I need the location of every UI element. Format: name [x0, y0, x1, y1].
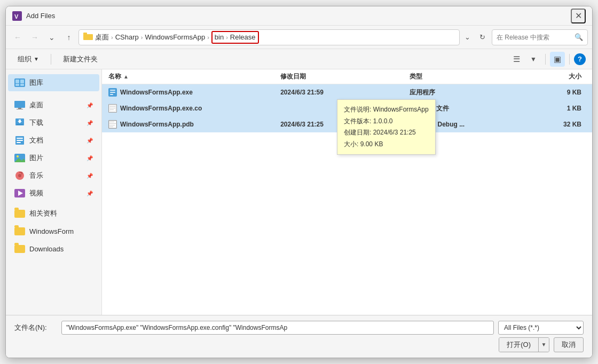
- sidebar-item-music[interactable]: 音乐 📌: [8, 167, 99, 184]
- svg-rect-14: [19, 120, 21, 122]
- tooltip-size: 大小: 9.00 KB: [344, 139, 429, 151]
- up-button[interactable]: ↑: [61, 30, 76, 45]
- pics-icon: [14, 153, 25, 163]
- open-dropdown-button[interactable]: ▼: [538, 338, 549, 352]
- music-pin-icon: 📌: [86, 173, 93, 179]
- docs-icon: [14, 135, 25, 146]
- pics-pin-icon: 📌: [86, 155, 93, 161]
- list-view-button[interactable]: ☰: [509, 52, 524, 67]
- bottom-actions: 打开(O) ▼ 取消: [14, 337, 584, 352]
- svg-rect-3: [83, 33, 87, 35]
- svg-point-21: [17, 155, 19, 157]
- bottom-bar: 文件名(N): All Files (*.*) 打开(O) ▼ 取消: [6, 315, 592, 358]
- addr-bin: bin: [215, 33, 224, 41]
- sidebar-video-label: 视频: [29, 188, 82, 198]
- large-icons-button[interactable]: ▣: [550, 52, 565, 67]
- address-bar[interactable]: 桌面 › CSharp › WindowsFormsApp › bin › Re…: [78, 29, 460, 45]
- addr-desktop: 桌面: [95, 33, 109, 42]
- sidebar-desktop-label: 桌面: [29, 100, 82, 110]
- file-type-exe: 应用程序: [410, 88, 513, 97]
- col-header-type[interactable]: 类型: [410, 72, 513, 81]
- column-headers: 名称 ▲ 修改日期 类型 大小: [102, 69, 592, 84]
- search-icon: 🔍: [575, 33, 583, 41]
- windowsform-folder-icon: [14, 226, 25, 236]
- back-button[interactable]: ←: [10, 30, 25, 45]
- refresh-button[interactable]: ↻: [475, 30, 490, 45]
- title-bar: V Add Files ✕: [6, 6, 592, 26]
- tooltip-version: 文件版本: 1.0.0.0: [344, 116, 429, 128]
- filename-input[interactable]: [61, 321, 494, 335]
- col-header-size[interactable]: 大小: [513, 72, 586, 81]
- cancel-button[interactable]: 取消: [554, 337, 584, 352]
- file-name-exe: WindowsFormsApp.exe: [108, 88, 280, 97]
- new-folder-button[interactable]: 新建文件夹: [58, 52, 103, 66]
- svg-rect-7: [15, 84, 19, 86]
- search-input[interactable]: [497, 34, 572, 41]
- svg-rect-17: [17, 138, 23, 139]
- open-button[interactable]: 打开(O): [499, 338, 538, 352]
- sidebar-docs-label: 文档: [29, 136, 82, 145]
- toolbar-divider-3: [569, 54, 570, 65]
- sidebar-item-related[interactable]: 相关资料: [8, 205, 99, 222]
- config-icon: [108, 104, 117, 113]
- forward-button[interactable]: →: [27, 30, 42, 45]
- toolbar-right: ☰ ▼ ▣ ?: [509, 52, 586, 67]
- svg-rect-11: [17, 109, 23, 109]
- svg-rect-38: [109, 122, 114, 122]
- sidebar-windowsform-label: WindowsForm: [29, 227, 93, 235]
- sidebar-related-label: 相关资料: [29, 209, 93, 218]
- col-header-name[interactable]: 名称 ▲: [108, 72, 280, 81]
- sidebar-item-desktop[interactable]: 桌面 📌: [8, 97, 99, 114]
- close-button[interactable]: ✕: [571, 9, 586, 23]
- search-box[interactable]: 🔍: [492, 29, 588, 45]
- help-button[interactable]: ?: [574, 53, 586, 65]
- svg-rect-8: [20, 84, 24, 86]
- dropdown-button[interactable]: ⌄: [44, 30, 59, 45]
- downloads-icon: [14, 117, 25, 128]
- related-folder-icon: [14, 208, 25, 219]
- svg-rect-40: [109, 125, 115, 125]
- sidebar-downloads-label: 下载: [29, 118, 82, 128]
- toolbar: 组织 ▼ 新建文件夹 ☰ ▼ ▣ ?: [6, 49, 592, 69]
- sidebar-item-video[interactable]: 视频 📌: [8, 185, 99, 202]
- sidebar-downloads2-label: Downloads: [29, 245, 93, 253]
- gallery-icon: [14, 77, 25, 88]
- desktop-pin-icon: 📌: [86, 102, 93, 108]
- sidebar-item-windowsform[interactable]: WindowsForm: [8, 223, 99, 240]
- file-size-exe: 9 KB: [513, 89, 586, 96]
- file-row-exe[interactable]: WindowsFormsApp.exe 2024/6/3 21:59 应用程序 …: [102, 84, 592, 100]
- svg-rect-32: [110, 94, 113, 95]
- sidebar: 图库 桌面 📌: [6, 69, 102, 315]
- exe-icon: [108, 88, 117, 97]
- svg-rect-10: [18, 108, 21, 109]
- address-chevron[interactable]: ⌄: [462, 30, 473, 45]
- tooltip-created: 创建日期: 2024/6/3 21:25: [344, 127, 429, 139]
- sidebar-item-downloads[interactable]: 下载 📌: [8, 114, 99, 131]
- organize-label: 组织: [18, 54, 32, 64]
- sidebar-gallery-label: 图库: [29, 78, 93, 88]
- sort-arrow-icon: ▲: [123, 74, 129, 80]
- file-size-pdb: 32 KB: [513, 121, 586, 128]
- sidebar-item-pics[interactable]: 图片 📌: [8, 149, 99, 167]
- filetype-select[interactable]: All Files (*.*): [498, 321, 584, 335]
- sidebar-item-downloads2[interactable]: Downloads: [8, 240, 99, 257]
- col-header-date[interactable]: 修改日期: [280, 72, 410, 81]
- tooltip-desc: 文件说明: WindowsFormsApp: [344, 104, 429, 116]
- svg-rect-30: [110, 90, 115, 91]
- svg-rect-9: [14, 101, 25, 108]
- toolbar-divider-1: [51, 54, 51, 65]
- view-options-button[interactable]: ▼: [526, 52, 541, 67]
- downloads-pin-icon: 📌: [86, 120, 93, 126]
- sidebar-item-docs[interactable]: 文档 📌: [8, 132, 99, 149]
- sidebar-item-gallery[interactable]: 图库: [8, 74, 99, 91]
- file-tooltip: 文件说明: WindowsFormsApp 文件版本: 1.0.0.0 创建日期…: [337, 99, 436, 155]
- video-icon: [14, 188, 25, 199]
- svg-rect-19: [17, 142, 21, 143]
- address-bar-row: ← → ⌄ ↑ 桌面 › CSharp › WindowsFormsApp › …: [6, 26, 592, 49]
- file-list: WindowsFormsApp.exe 2024/6/3 21:59 应用程序 …: [102, 84, 592, 315]
- svg-rect-39: [109, 123, 116, 124]
- main-area: 图库 桌面 📌: [6, 69, 592, 315]
- music-icon: [14, 170, 25, 181]
- dialog-title: Add Files: [26, 12, 571, 20]
- organize-button[interactable]: 组织 ▼: [12, 52, 44, 66]
